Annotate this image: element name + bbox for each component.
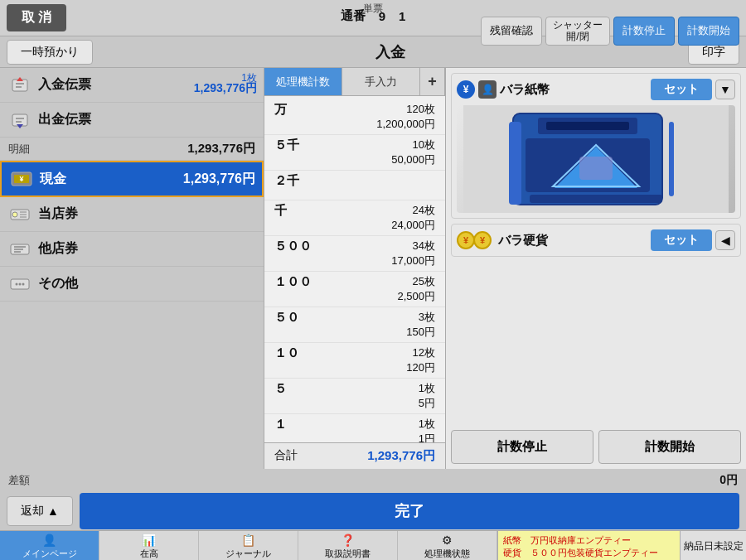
footer-tab-icon: 👤 bbox=[42, 533, 56, 547]
coin-icon-1: ¥ bbox=[457, 231, 475, 249]
yen-icon: ¥ bbox=[457, 80, 475, 99]
denom-row: １００ 25枚 2,500円 bbox=[264, 272, 445, 307]
meisai-amount: 1,293,776円 bbox=[187, 141, 255, 157]
paper-money-section: ¥ 👤 バラ紙幣 セット ▼ bbox=[451, 73, 741, 219]
serial-num2: 1 bbox=[399, 9, 405, 23]
top-bar: 取 消 単票 通番 9 1 2024/01/05(金) 14:10:51 残留確… bbox=[0, 0, 746, 36]
svg-rect-0 bbox=[12, 80, 27, 91]
footer-tab-icon: 📋 bbox=[241, 533, 255, 547]
denom-row: ５０ 3枚 150円 bbox=[264, 307, 445, 343]
count-start-button-top[interactable]: 計数開始 bbox=[678, 17, 739, 46]
svg-rect-4 bbox=[12, 114, 27, 126]
count-stop-button-right[interactable]: 計数停止 bbox=[451, 430, 593, 464]
toutenken-item[interactable]: 当店券 bbox=[0, 197, 264, 232]
sonota-item[interactable]: その他 bbox=[0, 267, 264, 302]
serial-label: 通番 bbox=[341, 8, 366, 24]
footer-tab-label: 処理機状態 bbox=[424, 548, 470, 560]
genkin-item[interactable]: ¥ 現金 1,293,776円 bbox=[0, 161, 264, 197]
denom-label: １０ bbox=[274, 345, 308, 361]
middle-panel: 処理機計数 手入力 + 万 120枚 1,200,000円 ５千 10枚 50,… bbox=[264, 68, 446, 469]
denom-count: 1枚 bbox=[419, 381, 435, 396]
count-action-buttons: 計数停止 計数開始 bbox=[451, 430, 741, 464]
denom-right: 120枚 1,200,000円 bbox=[376, 102, 435, 132]
footer-tab-メインページ[interactable]: 👤 メインページ bbox=[0, 531, 99, 561]
set-coin-button[interactable]: セット bbox=[651, 229, 712, 251]
denom-label: １ bbox=[274, 417, 308, 432]
denom-count: 24枚 bbox=[391, 203, 435, 218]
genkin-icon: ¥ bbox=[10, 167, 33, 191]
coin-label-text: バラ硬貨 bbox=[498, 233, 548, 249]
footer-status-item: 紙幣 万円収納庫エンプティー bbox=[503, 534, 675, 547]
shutter-button[interactable]: シャッター 開/閉 bbox=[545, 17, 610, 46]
datetime: 2024/01/05(金) 14:10:51 bbox=[624, 0, 739, 1]
machine-image bbox=[457, 105, 735, 213]
balance-check-button[interactable]: 残留確認 bbox=[481, 17, 542, 46]
coin-arrow-button[interactable]: ◀ bbox=[715, 230, 735, 250]
denom-count: 3枚 bbox=[406, 310, 435, 325]
right-panel: ¥ 👤 バラ紙幣 セット ▼ bbox=[446, 68, 746, 469]
count-stop-button-top[interactable]: 計数停止 bbox=[613, 17, 675, 46]
delivery-button[interactable]: 納品日未設定 bbox=[680, 531, 746, 561]
cancel-button[interactable]: 取 消 bbox=[7, 4, 66, 31]
denom-row: 千 24枚 24,000円 bbox=[264, 200, 445, 236]
tab-plus[interactable]: + bbox=[420, 68, 445, 95]
sonota-label: その他 bbox=[38, 275, 78, 292]
footer-tab-取扱説明書[interactable]: ❓ 取扱説明書 bbox=[298, 531, 398, 561]
denom-right: 25枚 2,500円 bbox=[397, 274, 435, 304]
paper-arrow-button[interactable]: ▼ bbox=[715, 80, 735, 99]
svg-point-23 bbox=[22, 282, 25, 285]
tab-manual[interactable]: 手入力 bbox=[342, 68, 420, 95]
denom-right: 34枚 17,000円 bbox=[391, 239, 435, 268]
footer-status: 紙幣 万円収納庫エンプティー硬貨 ５００円包装硬貨エンプティー bbox=[497, 531, 680, 561]
svg-text:¥: ¥ bbox=[19, 175, 23, 183]
shutsukin-icon bbox=[8, 109, 31, 132]
complete-button[interactable]: 完了 bbox=[80, 493, 739, 529]
footer-tab-在高[interactable]: 📊 在高 bbox=[99, 531, 199, 561]
denom-row: ５千 10枚 50,000円 bbox=[264, 135, 445, 171]
diff-label: 差額 bbox=[8, 473, 30, 488]
denom-label: １００ bbox=[274, 274, 312, 290]
denom-amount: 50,000円 bbox=[391, 152, 435, 167]
denom-right: 1枚 1円 bbox=[419, 417, 435, 442]
denom-label: ５ bbox=[274, 381, 308, 397]
paper-label: ¥ 👤 バラ紙幣 bbox=[457, 80, 550, 99]
toutenken-label: 当店券 bbox=[38, 205, 78, 223]
footer-tab-処理機状態[interactable]: ⚙ 処理機状態 bbox=[398, 531, 497, 561]
coin-label-area: ¥ ¥ バラ硬貨 bbox=[457, 231, 548, 249]
meisai-row: 明細 1,293,776円 bbox=[0, 138, 264, 161]
denom-label: 千 bbox=[274, 203, 308, 219]
tab-count[interactable]: 処理機計数 bbox=[264, 68, 342, 95]
footer-tab-label: 在高 bbox=[140, 548, 158, 560]
takoten-item[interactable]: 他店券 bbox=[0, 232, 264, 267]
denom-count: 34枚 bbox=[391, 239, 435, 253]
footer-tab-ジャーナル[interactable]: 📋 ジャーナル bbox=[199, 531, 298, 561]
nyukin-icon bbox=[8, 74, 31, 97]
denom-amount: 150円 bbox=[406, 325, 435, 340]
diff-row: 差額 0円 bbox=[0, 469, 746, 492]
shutsukin-denpyo-item[interactable]: 出金伝票 bbox=[0, 103, 264, 138]
nyukin-amount: 1,293,776円 bbox=[194, 81, 257, 96]
denom-row: ２千 bbox=[264, 171, 445, 200]
total-label: 合計 bbox=[274, 448, 298, 464]
denom-label: ５０ bbox=[274, 310, 308, 326]
count-start-button-right[interactable]: 計数開始 bbox=[598, 430, 741, 464]
temp-deposit-button[interactable]: 一時預かり bbox=[7, 40, 93, 65]
nyukin-denpyo-item[interactable]: 入金伝票 1枚 1,293,776円 bbox=[0, 68, 264, 103]
left-panel: 入金伝票 1枚 1,293,776円 出金伝票 明細 1,293,776円 ¥ … bbox=[0, 68, 264, 469]
toutenken-icon bbox=[8, 203, 31, 226]
set-paper-button[interactable]: セット bbox=[651, 79, 712, 100]
denom-count: 1枚 bbox=[419, 417, 435, 432]
denom-label: 万 bbox=[274, 102, 308, 118]
action-row: 返却 ▲ 完了 bbox=[0, 492, 746, 530]
svg-point-21 bbox=[16, 282, 18, 285]
denom-row: ５００ 34枚 17,000円 bbox=[264, 236, 445, 272]
middle-tabs: 処理機計数 手入力 + bbox=[264, 68, 445, 96]
return-button[interactable]: 返却 ▲ bbox=[7, 496, 73, 526]
footer-tab-label: メインページ bbox=[22, 548, 77, 560]
denom-label: ５００ bbox=[274, 239, 312, 254]
footer-tabs: 👤 メインページ 📊 在高 📋 ジャーナル ❓ 取扱説明書 ⚙ 処理機状態 bbox=[0, 531, 497, 561]
coin-icons: ¥ ¥ bbox=[457, 231, 492, 249]
denom-right: 3枚 150円 bbox=[406, 310, 435, 340]
diff-amount: 0円 bbox=[719, 473, 738, 488]
denom-count: 12枚 bbox=[406, 345, 435, 360]
